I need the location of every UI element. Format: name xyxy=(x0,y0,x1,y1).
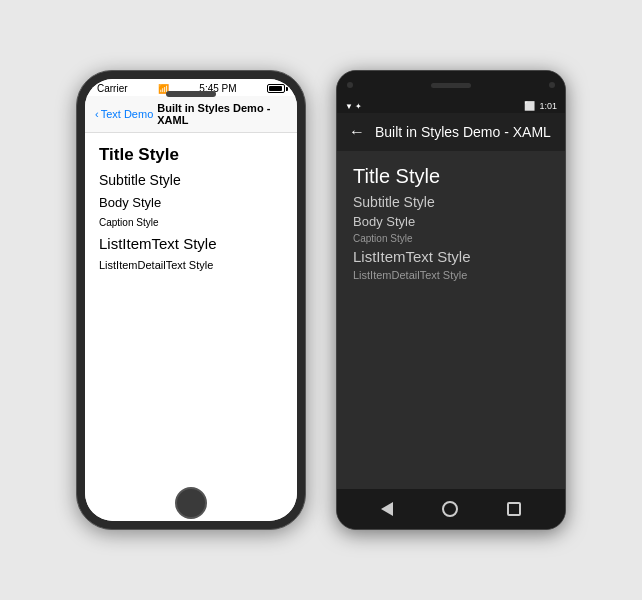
android-back-arrow[interactable]: ← xyxy=(349,123,365,141)
android-body-style: Body Style xyxy=(353,214,549,229)
ios-body-style: Body Style xyxy=(99,193,283,212)
android-battery-icon: ⬜ xyxy=(524,101,535,111)
android-status-bar: ▼ ✦ ⬜ 1:01 xyxy=(337,99,565,113)
back-triangle-icon xyxy=(381,502,393,516)
android-camera xyxy=(347,82,353,88)
android-listitem-style: ListItemText Style xyxy=(353,248,549,265)
ios-battery-icon xyxy=(267,84,285,93)
ios-listdetail-style: ListItemDetailText Style xyxy=(99,257,283,273)
ios-title-style: Title Style xyxy=(99,143,283,167)
ios-subtitle-style: Subtitle Style xyxy=(99,170,283,190)
ios-caption-style: Caption Style xyxy=(99,215,283,230)
ios-content: Title Style Subtitle Style Body Style Ca… xyxy=(85,133,297,521)
ios-screen: Carrier 📶 5:45 PM ‹ Text Demo Built in S… xyxy=(85,79,297,521)
android-title-style: Title Style xyxy=(353,165,549,188)
android-content: Title Style Subtitle Style Body Style Ca… xyxy=(337,151,565,489)
android-app-bar: ← Built in Styles Demo - XAML xyxy=(337,113,565,151)
recent-square-icon xyxy=(507,502,521,516)
android-signal: ▼ ✦ xyxy=(345,102,362,111)
android-phone: ▼ ✦ ⬜ 1:01 ← Built in Styles Demo - XAML… xyxy=(336,70,566,530)
android-listdetail-style: ListItemDetailText Style xyxy=(353,269,549,281)
battery-fill xyxy=(269,86,282,91)
ios-listitem-style: ListItemText Style xyxy=(99,233,283,254)
android-top-bar xyxy=(337,71,565,99)
android-back-button[interactable] xyxy=(381,502,393,516)
android-screen: ▼ ✦ ⬜ 1:01 ← Built in Styles Demo - XAML… xyxy=(337,99,565,489)
android-camera-front xyxy=(549,82,555,88)
android-subtitle-style: Subtitle Style xyxy=(353,194,549,210)
ios-back-chevron: ‹ xyxy=(95,108,99,120)
android-nav-bar xyxy=(337,489,565,529)
ios-battery-area xyxy=(267,84,285,93)
android-speaker xyxy=(431,83,471,88)
ios-nav-bar: ‹ Text Demo Built in Styles Demo - XAML xyxy=(85,96,297,133)
ios-back-label: Text Demo xyxy=(101,108,154,120)
ios-back-button[interactable]: ‹ Text Demo xyxy=(95,108,153,120)
home-circle-icon xyxy=(442,501,458,517)
android-home-button[interactable] xyxy=(442,501,458,517)
ios-carrier: Carrier xyxy=(97,83,128,94)
android-recent-button[interactable] xyxy=(507,502,521,516)
android-app-title: Built in Styles Demo - XAML xyxy=(375,124,551,140)
ios-nav-title: Built in Styles Demo - XAML xyxy=(157,102,287,126)
ios-speaker xyxy=(166,91,216,97)
ios-phone: Carrier 📶 5:45 PM ‹ Text Demo Built in S… xyxy=(76,70,306,530)
ios-home-button[interactable] xyxy=(175,487,207,519)
android-caption-style: Caption Style xyxy=(353,233,549,244)
android-time: 1:01 xyxy=(539,101,557,111)
